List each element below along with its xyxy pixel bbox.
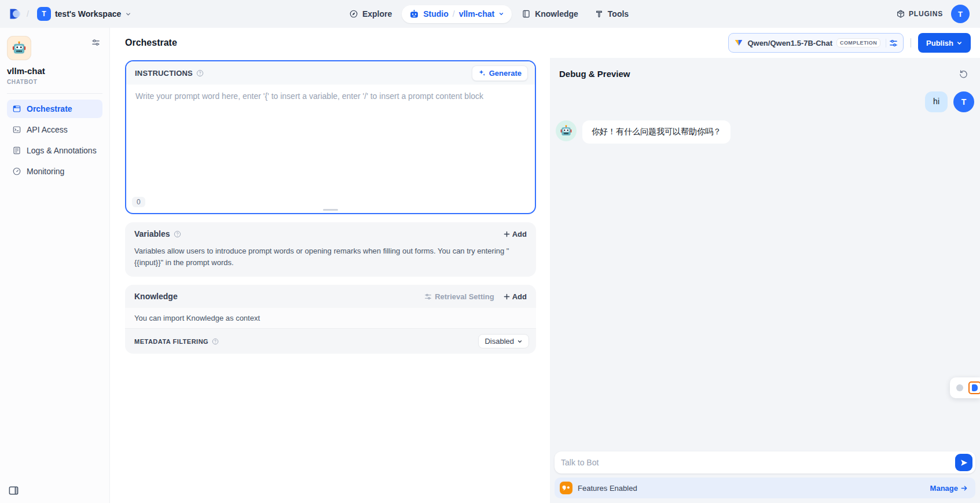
info-icon [174,230,181,238]
manage-label: Manage [930,484,958,493]
sliders-icon [91,38,100,47]
arrow-right-icon [960,484,968,492]
nav-knowledge[interactable]: Knowledge [515,5,585,23]
send-button[interactable] [955,454,972,471]
chat-input[interactable] [561,458,955,467]
publish-button[interactable]: Publish [918,33,971,53]
user-avatar[interactable]: T [951,5,970,23]
plus-icon [504,231,510,237]
chat-message-user: hi T [556,91,975,112]
chat-message-bot: 你好！有什么问题我可以帮助你吗？ [556,120,975,144]
metadata-filtering-dropdown[interactable]: Disabled [478,334,529,348]
knowledge-description: You can import Knowledge as context [125,308,536,328]
sidebar-nav: Orchestrate API Access Logs & Annotation… [7,100,102,181]
retrieval-setting-button[interactable]: Retrieval Setting [424,292,494,301]
knowledge-title: Knowledge [134,292,178,301]
terminal-icon [12,125,21,134]
nav-tools-label: Tools [608,9,629,19]
model-mode-badge: COMPLETION [836,38,880,47]
sidebar-item-logs-annotations[interactable]: Logs & Annotations [7,141,102,160]
metadata-filtering-value: Disabled [485,337,514,346]
sidebar-item-monitoring[interactable]: Monitoring [7,162,102,181]
bot-message-bubble: 你好！有什么问题我可以帮助你吗？ [582,120,731,144]
nav-studio-label: Studio [423,9,449,19]
variables-description: Variables allow users to introduce promp… [125,245,536,277]
sidebar-item-label: API Access [27,125,68,134]
model-parameters-button[interactable] [886,39,898,47]
sidebar-item-orchestrate[interactable]: Orchestrate [7,100,102,118]
dify-mini-icon [968,381,980,394]
orchestrate-icon [12,104,21,113]
features-enabled-label: Features Enabled [578,484,637,493]
chevron-down-icon [517,339,523,344]
page-title: Orchestrate [125,38,177,48]
app-header: / T test's Workspace Explore Studio / vl… [0,0,980,28]
bot-chat-avatar [556,120,577,141]
restart-icon [959,69,968,79]
floating-apps-widget[interactable] [950,377,980,398]
tune-sliders-icon [889,39,898,47]
model-selector[interactable]: Qwen/Qwen1.5-7B-Chat COMPLETION [728,33,904,53]
workspace-avatar: T [37,7,51,21]
nav-studio[interactable]: Studio / vllm-chat [402,5,512,23]
user-chat-avatar: T [953,91,974,112]
char-count: 0 [132,197,145,207]
nav-knowledge-label: Knowledge [535,9,578,19]
debug-preview-panel: Debug & Preview hi T [550,58,980,503]
chevron-down-icon [956,40,963,46]
dify-logo[interactable] [8,7,22,21]
metadata-filtering-row: METADATA FILTERING Disabled [125,328,536,354]
logs-icon [12,146,21,155]
add-knowledge-label: Add [512,292,527,301]
breadcrumb-separator: / [27,9,29,19]
divider [911,38,911,47]
nav-explore-label: Explore [362,9,392,19]
add-variable-label: Add [512,230,527,238]
manage-features-link[interactable]: Manage [930,484,968,493]
book-icon [522,9,531,19]
orchestrate-config-panel: INSTRUCTIONS Generate 0 [110,58,550,503]
retrieval-setting-label: Retrieval Setting [435,292,494,301]
prompt-input[interactable] [126,85,535,193]
app-settings-button[interactable] [89,36,102,49]
content-header: Orchestrate Qwen/Qwen1.5-7B-Chat COMPLET… [110,28,980,58]
sidebar-item-api-access[interactable]: API Access [7,120,102,139]
workspace-name: test's Workspace [55,9,121,19]
generate-label: Generate [489,69,522,78]
instructions-title: INSTRUCTIONS [135,69,193,78]
robot-icon [409,9,419,19]
variables-panel: Variables Add Variables allow users to i… [125,222,536,277]
variables-title: Variables [134,229,170,238]
chevron-down-icon[interactable] [498,11,504,17]
add-variable-button[interactable]: Add [504,230,527,238]
sidebar-item-label: Orchestrate [27,104,72,113]
package-icon [896,9,905,19]
info-icon [196,69,204,77]
vllm-logo-icon [734,38,743,47]
resize-handle[interactable] [323,209,338,211]
collapse-panel-icon [8,485,19,496]
send-icon [960,458,968,467]
main-nav: Explore Studio / vllm-chat Knowledge Too… [343,5,635,23]
hammer-icon [594,9,604,19]
collapse-sidebar-button[interactable] [8,485,19,496]
nav-explore[interactable]: Explore [343,5,398,23]
gauge-icon [12,167,21,176]
divider [7,93,102,94]
add-knowledge-button[interactable]: Add [504,292,527,301]
robot-emoji-icon [12,41,27,56]
citation-icon [560,482,572,494]
metadata-filtering-label: METADATA FILTERING [134,338,208,345]
debug-preview-title: Debug & Preview [559,69,630,79]
restart-conversation-button[interactable] [956,67,971,81]
chat-history: hi T [550,85,980,451]
app-sidebar: vllm-chat CHATBOT Orchestrate API Access… [0,28,110,503]
app-type-badge: CHATBOT [7,79,102,85]
plugins-button[interactable]: PLUGINS [896,9,943,19]
sidebar-item-label: Monitoring [27,167,64,176]
sidebar-item-label: Logs & Annotations [27,146,97,155]
generate-button[interactable]: Generate [472,65,528,81]
workspace-switcher[interactable]: T test's Workspace [34,5,135,23]
nav-tools[interactable]: Tools [588,5,635,23]
user-message-bubble: hi [925,91,948,112]
